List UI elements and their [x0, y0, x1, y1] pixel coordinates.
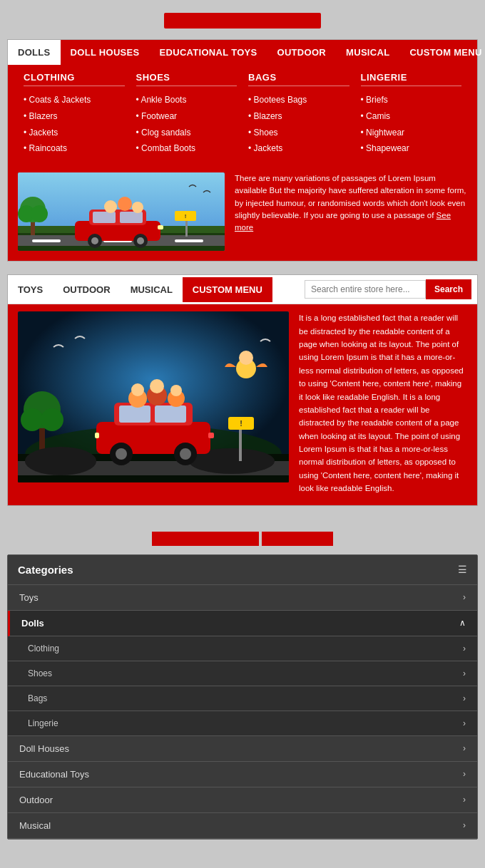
list-item[interactable]: Coats & Jackets: [24, 92, 125, 108]
categories-title: Categories: [18, 564, 73, 576]
svg-rect-41: [208, 433, 214, 438]
svg-point-49: [150, 379, 164, 393]
svg-point-53: [239, 351, 253, 365]
chevron-right-icon: ›: [463, 668, 466, 678]
tab-educational-toys[interactable]: EDUCATIONAL TOYS: [150, 40, 267, 65]
svg-point-43: [116, 448, 127, 460]
svg-rect-6: [175, 239, 203, 242]
list-item[interactable]: Jackets: [24, 125, 125, 141]
search-input[interactable]: [305, 280, 426, 299]
cat-item-label-outdoor: Outdoor: [19, 795, 53, 805]
widget-1: DOLLS DOLL HOUSES EDUCATIONAL TOYS OUTDO…: [7, 39, 478, 262]
tab-custom-menu[interactable]: CUSTOM MENU: [399, 40, 485, 65]
svg-point-19: [104, 200, 117, 213]
tab2-toys[interactable]: TOYS: [8, 277, 53, 302]
top-banner-bar: [164, 13, 321, 29]
list-item[interactable]: Clog sandals: [136, 125, 238, 141]
cat-item-label-toys: Toys: [19, 592, 39, 603]
svg-rect-54: [239, 425, 242, 461]
svg-point-47: [131, 383, 144, 396]
chevron-right-icon: ›: [463, 795, 466, 805]
menu-col-bags: BAGS Bootees Bags Blazers Shoes Jackets: [242, 72, 355, 157]
big-content-row: ! It is a long established fact that a r…: [8, 304, 477, 505]
tab-dolls[interactable]: DOLLS: [8, 40, 61, 65]
svg-text:!: !: [240, 419, 242, 428]
menu-icon[interactable]: ☰: [458, 564, 467, 575]
svg-point-10: [31, 205, 48, 222]
list-item[interactable]: Camis: [361, 108, 462, 125]
content-row-1: ! There are many variations of passages …: [8, 168, 477, 261]
tab2-outdoor[interactable]: OUTDOOR: [53, 277, 120, 302]
chevron-right-icon: ›: [463, 743, 466, 753]
list-item[interactable]: Jackets: [248, 140, 349, 157]
widget-2: TOYS OUTDOOR MUSICAL CUSTOM MENU Search: [7, 274, 478, 505]
svg-rect-39: [155, 405, 186, 423]
cat-sub-item-bags[interactable]: Bags ›: [8, 686, 477, 711]
list-item[interactable]: Shoes: [248, 125, 349, 141]
cat-item-label-doll-houses: Doll Houses: [19, 743, 69, 754]
chevron-right-icon: ›: [463, 769, 466, 779]
cat-item-outdoor[interactable]: Outdoor ›: [8, 787, 477, 813]
menu-col-shoes: SHOES Ankle Boots Footwear Clog sandals …: [131, 72, 243, 157]
menu-col-clothing-title: CLOTHING: [24, 72, 125, 86]
top-banner: [0, 0, 485, 39]
svg-rect-40: [95, 433, 99, 438]
cat-item-doll-houses[interactable]: Doll Houses ›: [8, 736, 477, 762]
content-paragraph: There are many variations of passages of…: [235, 174, 466, 219]
svg-text:!: !: [185, 213, 187, 219]
svg-point-21: [132, 202, 143, 213]
svg-rect-13: [93, 212, 116, 223]
chevron-right-icon: ›: [463, 718, 466, 728]
tab2-custom-menu[interactable]: CUSTOM MENU: [183, 277, 272, 302]
menu-col-bags-list: Bootees Bags Blazers Shoes Jackets: [248, 92, 349, 157]
list-item[interactable]: Briefs: [361, 92, 462, 108]
cat-item-toys[interactable]: Toys ›: [8, 585, 477, 611]
tab2-musical[interactable]: MUSICAL: [121, 277, 183, 302]
menu-col-clothing: CLOTHING Coats & Jackets Blazers Jackets…: [18, 72, 131, 157]
menu-col-clothing-list: Coats & Jackets Blazers Jackets Raincoat…: [24, 92, 125, 157]
list-item[interactable]: Footwear: [136, 108, 238, 125]
cat-sub-item-label-bags: Bags: [28, 693, 47, 703]
content-text-1: There are many variations of passages of…: [235, 172, 467, 251]
chevron-right-icon: ›: [463, 592, 466, 602]
svg-rect-38: [119, 405, 150, 423]
svg-rect-14: [120, 212, 143, 223]
tab-musical[interactable]: MUSICAL: [336, 40, 399, 65]
svg-point-45: [180, 448, 191, 460]
cat-sub-item-label-lingerie: Lingerie: [28, 718, 58, 728]
list-item[interactable]: Ankle Boots: [136, 92, 238, 108]
search-area: Search: [299, 275, 477, 304]
svg-point-18: [137, 237, 144, 244]
cat-item-label-educational-toys: Educational Toys: [19, 769, 89, 780]
cat-sub-item-lingerie[interactable]: Lingerie ›: [8, 711, 477, 736]
cat-sub-item-label-clothing: Clothing: [28, 644, 59, 653]
menu-col-shoes-title: SHOES: [136, 72, 238, 86]
list-item[interactable]: Combat Boots: [136, 140, 238, 157]
nav-tabs-2: TOYS OUTDOOR MUSICAL CUSTOM MENU Search: [8, 275, 477, 304]
menu-col-lingerie: LINGERIE Briefs Camis Nightwear Shapewea…: [355, 72, 468, 157]
chevron-right-icon: ›: [463, 644, 466, 653]
list-item[interactable]: Blazers: [248, 108, 349, 125]
cat-item-musical[interactable]: Musical ›: [8, 813, 477, 839]
svg-point-33: [41, 408, 63, 431]
chevron-right-icon: ›: [463, 820, 466, 830]
categories-header: Categories ☰: [8, 555, 477, 585]
search-button[interactable]: Search: [426, 279, 471, 299]
nav-tabs-1: DOLLS DOLL HOUSES EDUCATIONAL TOYS OUTDO…: [8, 40, 477, 65]
list-item[interactable]: Shapewear: [361, 140, 462, 157]
svg-point-32: [21, 408, 44, 431]
svg-point-34: [25, 447, 96, 475]
list-item[interactable]: Bootees Bags: [248, 92, 349, 108]
list-item[interactable]: Nightwear: [361, 125, 462, 141]
cat-sub-item-shoes[interactable]: Shoes ›: [8, 661, 477, 686]
list-item[interactable]: Raincoats: [24, 140, 125, 157]
categories-widget: Categories ☰ Toys › Dolls ∧ Clothing › S…: [7, 554, 478, 839]
tab-doll-houses[interactable]: DOLL HOUSES: [61, 40, 150, 65]
menu-col-bags-title: BAGS: [248, 72, 349, 86]
menu-col-lingerie-list: Briefs Camis Nightwear Shapewear: [361, 92, 462, 157]
cat-item-educational-toys[interactable]: Educational Toys ›: [8, 762, 477, 787]
cat-sub-item-clothing[interactable]: Clothing ›: [8, 636, 477, 661]
list-item[interactable]: Blazers: [24, 108, 125, 125]
tab-outdoor[interactable]: OUTDOOR: [267, 40, 337, 65]
cat-item-dolls[interactable]: Dolls ∧: [8, 611, 477, 636]
